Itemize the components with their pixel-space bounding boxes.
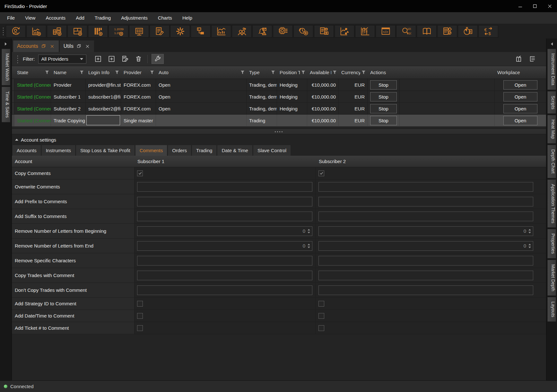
currency-exchange-button[interactable]: €$ — [478, 25, 498, 38]
account-row-provider[interactable]: Started (ConnecteProviderprovider@fin.st… — [12, 79, 546, 91]
settings-tab-comments[interactable]: Comments — [135, 145, 167, 156]
dock-tab-scripts[interactable]: Scripts — [547, 91, 556, 114]
stop-button[interactable]: Stop — [370, 116, 397, 125]
filterbar-drag-handle[interactable] — [17, 55, 19, 63]
group-panel-button[interactable] — [526, 54, 538, 64]
spinner-up-icon[interactable] — [308, 244, 310, 245]
open-workplace-button[interactable]: Open — [503, 80, 537, 90]
spinner-up-icon[interactable] — [528, 244, 531, 245]
number-spinner[interactable] — [308, 229, 311, 233]
automation-chip-button[interactable] — [273, 25, 293, 38]
tab-restore-icon[interactable] — [76, 44, 82, 49]
order-note-button[interactable] — [150, 25, 170, 38]
right-dock-expand-icon[interactable] — [551, 42, 553, 46]
menu-item-add[interactable]: Add — [71, 12, 90, 24]
add-suffix-to-comments-subscriber-2-text-input[interactable] — [318, 212, 533, 221]
column-header-currency[interactable]: Currency — [339, 66, 368, 79]
column-header-position-type[interactable]: Position Type — [277, 66, 307, 79]
filter-funnel-icon[interactable] — [333, 70, 337, 74]
tab-close-icon[interactable] — [85, 44, 90, 49]
code-editor-button[interactable]: </> — [376, 25, 396, 38]
remove-specific-characters-subscriber-1-text-input[interactable] — [137, 256, 312, 266]
filter-funnel-icon[interactable] — [240, 70, 245, 74]
account-settings-header[interactable]: Account settings — [12, 134, 546, 145]
column-header-type[interactable]: Type — [247, 66, 277, 79]
add-ticket-to-comment-subscriber-1-checkbox[interactable] — [137, 325, 143, 331]
account-row-subscriber-1[interactable]: Started (ConnecteSubscriber 1subscriber1… — [12, 91, 546, 103]
overwrite-comments-subscriber-2-text-input[interactable] — [318, 182, 533, 192]
spinner-down-icon[interactable] — [308, 247, 310, 248]
dock-tab-depth-chart[interactable]: Depth Chart — [547, 145, 556, 178]
settings-tab-trading[interactable]: Trading — [192, 145, 216, 156]
copy-trades-with-comment-subscriber-2-text-input[interactable] — [318, 271, 533, 280]
scheduler-button[interactable] — [293, 25, 313, 38]
quote-board-add-button[interactable]: 1.203561.2035 — [109, 25, 128, 38]
column-chooser-button[interactable] — [513, 54, 525, 64]
add-prefix-to-comments-subscriber-1-text-input[interactable] — [137, 197, 312, 206]
settings-button[interactable] — [170, 25, 190, 38]
dock-tab-market-depth[interactable]: Market Depth — [547, 260, 556, 296]
stop-button[interactable]: Stop — [370, 80, 397, 90]
spinner-up-icon[interactable] — [528, 229, 531, 231]
settings-tab-instruments[interactable]: Instruments — [42, 145, 75, 156]
open-workplace-button[interactable]: Open — [503, 116, 537, 125]
order-book-button[interactable] — [417, 25, 437, 38]
horizontal-splitter[interactable] — [12, 129, 546, 134]
number-spinner[interactable] — [308, 244, 311, 248]
workspace-add-button[interactable] — [67, 25, 87, 38]
settings-tab-orders[interactable]: Orders — [168, 145, 191, 156]
add-account-button[interactable] — [92, 54, 104, 64]
copy-comments-subscriber-1-checkbox[interactable] — [137, 170, 143, 176]
tab-accounts[interactable]: Accounts — [13, 40, 59, 52]
window-close-button[interactable] — [542, 0, 557, 12]
add-prefix-to-comments-subscriber-2-text-input[interactable] — [318, 197, 533, 206]
don-t-copy-trades-with-comment-subscriber-1-text-input[interactable] — [137, 285, 312, 295]
market-analysis-button[interactable] — [355, 25, 375, 38]
dock-tab-layouts[interactable]: Layouts — [547, 297, 556, 322]
tab-restore-icon[interactable] — [41, 44, 47, 49]
dock-tab-market-watch[interactable]: Market Watch — [2, 49, 10, 85]
overwrite-comments-subscriber-1-text-input[interactable] — [137, 182, 312, 192]
analytics-chart-button[interactable] — [211, 25, 231, 38]
copy-comments-subscriber-2-checkbox[interactable] — [318, 170, 324, 176]
chart-window-add-button[interactable] — [26, 25, 46, 38]
settings-tab-slave-control[interactable]: Slave Control — [253, 145, 291, 156]
column-header-provider[interactable]: Provider — [121, 66, 156, 79]
delete-button[interactable] — [133, 54, 145, 64]
filter-funnel-icon[interactable] — [301, 70, 305, 74]
column-header-auto[interactable]: Auto — [156, 66, 247, 79]
remove-number-of-letters-from-end-subscriber-1-number-input[interactable]: 0 — [137, 241, 312, 251]
menu-item-adjustments[interactable]: Adjustments — [116, 12, 153, 24]
remove-number-of-letters-from-beginning-subscriber-2-number-input[interactable]: 0 — [318, 226, 533, 236]
stop-button[interactable]: Stop — [370, 104, 397, 113]
add-date-time-to-comment-subscriber-2-checkbox[interactable] — [318, 313, 324, 319]
open-workplace-button[interactable]: Open — [503, 104, 537, 113]
login-info-editor[interactable] — [86, 115, 120, 125]
remove-number-of-letters-from-beginning-subscriber-1-number-input[interactable]: 0 — [137, 226, 312, 236]
open-workplace-button[interactable]: Open — [503, 92, 537, 101]
left-dock-expand-icon[interactable] — [5, 42, 7, 46]
column-view-add-button[interactable] — [88, 25, 108, 38]
menu-item-accounts[interactable]: Accounts — [40, 12, 71, 24]
number-spinner[interactable] — [528, 244, 532, 248]
notifications-button[interactable] — [252, 25, 272, 38]
remove-specific-characters-subscriber-2-text-input[interactable] — [318, 256, 533, 266]
filter-funnel-icon[interactable] — [80, 70, 84, 74]
tab-utils[interactable]: Utils — [60, 40, 94, 52]
window-minimize-button[interactable] — [513, 0, 527, 12]
add-ticket-to-comment-subscriber-2-checkbox[interactable] — [318, 325, 324, 331]
data-search-button[interactable]: 101010 — [396, 25, 416, 38]
edit-note-button[interactable] — [119, 54, 131, 64]
don-t-copy-trades-with-comment-subscriber-2-text-input[interactable] — [318, 285, 533, 295]
provider-filter-select[interactable]: All Providers — [38, 55, 86, 64]
column-header-name[interactable]: Name — [51, 66, 86, 79]
add-strategy-id-to-comment-subscriber-2-checkbox[interactable] — [318, 301, 324, 307]
filter-funnel-icon[interactable] — [115, 70, 119, 74]
menu-item-help[interactable]: Help — [177, 12, 197, 24]
filter-funnel-icon[interactable] — [271, 70, 275, 74]
spinner-down-icon[interactable] — [528, 247, 531, 248]
copy-trades-with-comment-subscriber-1-text-input[interactable] — [137, 271, 312, 280]
account-manager-button[interactable] — [6, 25, 26, 38]
add-date-time-to-comment-subscriber-1-checkbox[interactable] — [137, 313, 143, 319]
dock-tab-time-sales[interactable]: Time & Sales — [2, 87, 10, 122]
